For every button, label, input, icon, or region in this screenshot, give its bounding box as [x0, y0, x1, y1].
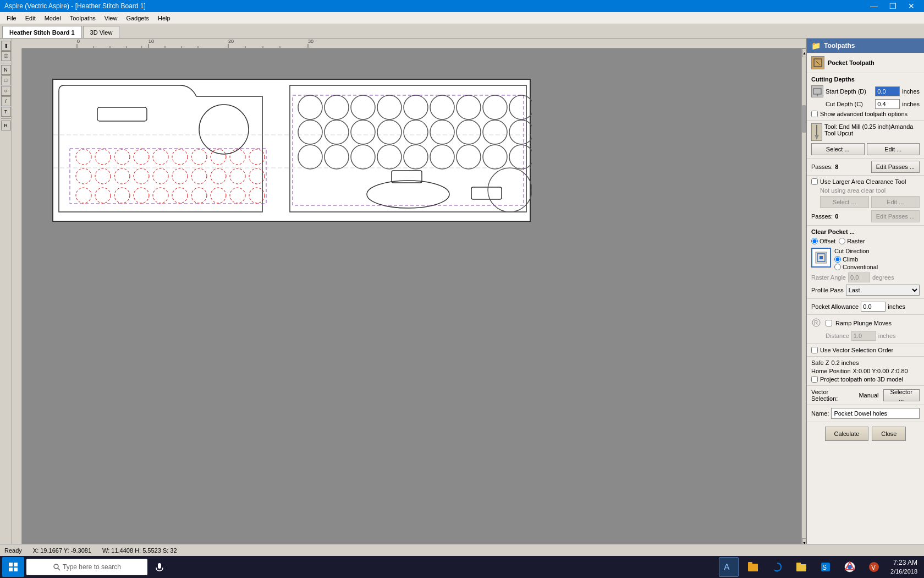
tool-edit-btn[interactable]: Edit ... — [867, 143, 920, 155]
start-depth-label: Start Depth (D) — [826, 88, 873, 95]
name-input[interactable] — [831, 408, 920, 419]
toolbar-zoom[interactable]: ⦹ — [1, 51, 11, 61]
cut-depth-unit: inches — [902, 101, 920, 107]
clear-pocket-title: Clear Pocket ... — [811, 228, 920, 235]
climb-label: Climb — [843, 256, 858, 263]
edit-passes2-btn[interactable]: Edit Passes ... — [871, 210, 920, 222]
project-toolpath-checkbox[interactable] — [811, 376, 818, 383]
menu-toolpaths[interactable]: Toolpaths — [65, 14, 100, 23]
tool-icon — [811, 123, 822, 141]
menu-help[interactable]: Help — [153, 14, 175, 23]
taskbar: Type here to search A S V 7:23 AM 2/16 — [0, 556, 924, 578]
svg-point-35 — [191, 168, 207, 184]
svg-point-70 — [351, 145, 375, 169]
cutting-depths-section: Cutting Depths Start Depth (D) inches Cu… — [807, 73, 924, 121]
menu-model[interactable]: Model — [40, 14, 65, 23]
vector-order-label: Use Vector Selection Order — [820, 347, 893, 353]
cut-direction-icon — [811, 248, 831, 268]
larger-area-checkbox[interactable] — [811, 178, 818, 185]
svg-point-46 — [211, 188, 226, 203]
taskbar-app-store[interactable]: S — [816, 557, 835, 577]
canvas[interactable]: ◄ ► ▲ ▼ — [22, 48, 806, 556]
close-button[interactable]: ✕ — [903, 0, 920, 12]
pocket-allowance-input[interactable] — [861, 302, 886, 312]
menu-gadgets[interactable]: Gadgets — [122, 14, 153, 23]
svg-point-73 — [430, 145, 454, 169]
vector-order-checkbox[interactable] — [811, 347, 818, 353]
ramp-checkbox[interactable] — [826, 320, 832, 326]
svg-rect-95 — [14, 563, 18, 566]
panel-header: 📁 Toolpaths — [807, 39, 924, 53]
toolbar-circle[interactable]: ○ — [1, 86, 11, 96]
taskbar-app-explorer[interactable] — [743, 557, 763, 577]
toolbar-rect[interactable]: □ — [1, 75, 11, 85]
svg-point-47 — [230, 188, 245, 203]
v-scroll-track[interactable] — [802, 57, 806, 538]
restore-button[interactable]: ❒ — [884, 0, 901, 12]
close-panel-btn[interactable]: Close — [872, 427, 906, 441]
svg-point-36 — [211, 168, 226, 184]
ramp-distance-input[interactable] — [851, 331, 876, 341]
toolbar-text[interactable]: T — [1, 107, 11, 117]
svg-rect-94 — [9, 563, 13, 566]
svg-point-63 — [404, 120, 428, 144]
calculate-btn[interactable]: Calculate — [825, 427, 869, 441]
tab-board[interactable]: Heather Stitch Board 1 — [2, 26, 82, 38]
start-button[interactable] — [2, 557, 24, 577]
menu-file[interactable]: File — [2, 14, 21, 23]
taskbar-search[interactable]: Type here to search — [26, 559, 147, 575]
ramp-distance-row: Distance inches — [826, 331, 920, 341]
toolbar-node[interactable]: N — [1, 65, 11, 75]
ramp-icon: R — [811, 318, 822, 329]
tool-select-btn[interactable]: Select ... — [811, 143, 865, 155]
raster-radio[interactable] — [839, 238, 845, 244]
climb-radio[interactable] — [834, 256, 841, 263]
raster-angle-input[interactable] — [848, 272, 870, 282]
taskbar-app-folder[interactable] — [791, 557, 811, 577]
svg-text:A: A — [724, 563, 730, 572]
offset-radio[interactable] — [811, 238, 818, 244]
conventional-radio[interactable] — [834, 264, 841, 270]
home-position-row: Home Position X:0.00 Y:0.00 Z:0.80 — [811, 368, 920, 374]
svg-point-72 — [404, 145, 428, 169]
passes2-row: Passes: 0 Edit Passes ... — [811, 210, 920, 222]
v-scrollbar[interactable]: ▲ ▼ — [801, 48, 806, 547]
svg-point-57 — [483, 95, 507, 119]
svg-point-69 — [324, 145, 349, 169]
toolbar-line[interactable]: / — [1, 96, 11, 106]
scroll-up-btn[interactable]: ▲ — [802, 48, 806, 57]
taskbar-app-edge[interactable] — [767, 557, 787, 577]
raster-label: Raster — [847, 238, 865, 244]
vector-selector-btn[interactable]: Selector ... — [883, 389, 920, 401]
larger-area-edit-btn[interactable]: Edit ... — [871, 196, 920, 208]
cut-depth-input[interactable] — [875, 99, 900, 109]
svg-point-34 — [172, 168, 188, 184]
v-scroll-thumb[interactable] — [802, 105, 806, 133]
start-depth-input[interactable] — [875, 86, 900, 96]
larger-area-select-btn[interactable]: Select ... — [820, 196, 869, 208]
offset-raster-row: Offset Raster — [811, 238, 920, 244]
advanced-checkbox-label: Show advanced toolpath options — [820, 111, 908, 117]
vector-selection-label: Vector Selection: — [811, 389, 856, 402]
tab-3dview[interactable]: 3D View — [83, 26, 120, 38]
minimize-button[interactable]: — — [866, 0, 882, 12]
svg-point-50 — [298, 95, 322, 119]
taskbar-app-chrome[interactable] — [840, 557, 860, 577]
status-coordinates: X: 19.1667 Y: -9.3081 — [33, 547, 91, 554]
advanced-checkbox[interactable] — [811, 111, 818, 117]
menu-edit[interactable]: Edit — [21, 14, 40, 23]
svg-point-62 — [377, 120, 402, 144]
tool-section: Tool: End Mill (0.25 inch)Amanda Tool Up… — [807, 121, 924, 159]
svg-point-67 — [509, 120, 532, 144]
offset-label: Offset — [820, 238, 835, 244]
toolbar-ruler[interactable]: R — [1, 121, 11, 130]
menu-view[interactable]: View — [100, 14, 122, 23]
toolbar-arrow[interactable]: ⬆ — [1, 41, 11, 51]
taskbar-mic[interactable] — [150, 557, 169, 577]
profile-pass-select[interactable]: Last — [846, 285, 920, 296]
taskbar-app-aspire[interactable]: A — [719, 557, 739, 577]
raster-angle-unit: degrees — [872, 274, 894, 281]
taskbar-app-vectric[interactable]: V — [864, 557, 884, 577]
edit-passes-btn[interactable]: Edit Passes ... — [871, 161, 920, 173]
tool-btn-row: Select ... Edit ... — [811, 143, 920, 155]
